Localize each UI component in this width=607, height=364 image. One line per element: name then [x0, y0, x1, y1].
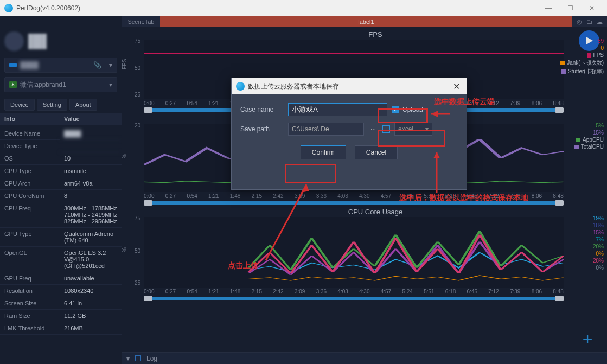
format-checkbox[interactable] — [382, 125, 390, 133]
format-select[interactable]: excel ▾ — [394, 123, 432, 136]
upload-label: Upload — [402, 106, 423, 113]
close-button[interactable]: ✕ — [581, 0, 603, 16]
case-name-label: Case name — [240, 106, 284, 113]
modal-overlay — [0, 16, 607, 364]
confirm-button[interactable]: Confirm — [301, 145, 346, 159]
save-path-input[interactable]: C:\Users\ De — [288, 123, 364, 136]
modal-titlebar: 数据上传云服务器或者本地保存 ✕ — [232, 78, 467, 94]
browse-button[interactable]: ··· — [368, 125, 378, 133]
modal-close-button[interactable]: ✕ — [451, 81, 462, 92]
minimize-button[interactable]: — — [538, 0, 559, 16]
titlebar: PerfDog(v4.0.200602) — ☐ ✕ — [0, 0, 607, 16]
window-controls: — ☐ ✕ — [538, 0, 603, 16]
upload-modal: 数据上传云服务器或者本地保存 ✕ Case name ✓ Upload Save… — [231, 78, 467, 190]
save-path-label: Save path — [240, 125, 284, 133]
modal-title: 数据上传云服务器或者本地保存 — [248, 82, 451, 91]
cancel-button[interactable]: Cancel — [355, 145, 398, 159]
format-value: excel — [398, 125, 413, 133]
modal-logo-icon — [236, 82, 245, 91]
case-name-input[interactable] — [288, 103, 387, 116]
app-logo-icon — [4, 4, 13, 12]
window-title: PerfDog(v4.0.200602) — [16, 4, 538, 12]
caret-down-icon: ▾ — [425, 125, 429, 133]
maximize-button[interactable]: ☐ — [559, 0, 581, 16]
upload-checkbox[interactable]: ✓ — [392, 106, 399, 113]
